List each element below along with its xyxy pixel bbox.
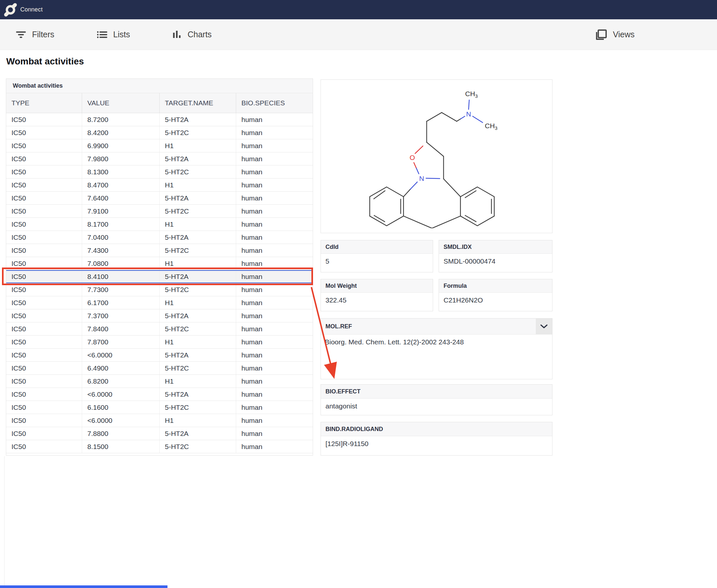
lists-button[interactable]: Lists [96, 30, 130, 40]
horizontal-scrollbar-thumb[interactable] [0, 585, 167, 588]
mol-ref-value: Bioorg. Med. Chem. Lett. 12(2)-2002 243-… [321, 335, 552, 346]
charts-button[interactable]: Charts [172, 29, 212, 40]
ring-nitrogen-atom-label: N [419, 175, 424, 182]
table-cell: 7.4300 [82, 244, 160, 257]
mol-ref-label: MOL.REF [321, 318, 552, 335]
table-row[interactable]: IC507.8700H1human [6, 336, 313, 349]
table-row[interactable]: IC508.13005-HT2Chuman [6, 166, 313, 178]
column-header-bio-species[interactable]: BIO.SPECIES [236, 93, 313, 113]
table-row[interactable]: IC507.43005-HT2Chuman [6, 244, 313, 257]
lists-label: Lists [113, 30, 130, 39]
table-cell: H1 [160, 296, 236, 309]
table-row[interactable]: IC508.1700H1human [6, 218, 313, 231]
table-cell: 8.1700 [82, 218, 160, 231]
table-row[interactable]: IC50<6.0000H1human [6, 414, 313, 427]
table-cell: 8.1300 [82, 166, 160, 178]
table-cell: 6.4900 [82, 362, 160, 375]
table-cell: 8.4700 [82, 178, 160, 191]
table-cell: <6.0000 [82, 388, 160, 401]
table-row[interactable]: IC508.42005-HT2Chuman [6, 126, 313, 139]
views-label: Views [613, 30, 635, 39]
table-row[interactable]: IC506.1700H1human [6, 296, 313, 309]
table-cell: human [236, 218, 313, 231]
table-row[interactable]: IC50<6.00005-HT2Ahuman [6, 349, 313, 362]
connect-logo-icon [4, 3, 17, 17]
table-row[interactable]: IC507.04005-HT2Ahuman [6, 231, 313, 244]
table-row[interactable]: IC507.91005-HT2Chuman [6, 205, 313, 218]
table-cell: 5-HT2A [160, 192, 236, 204]
smdl-idx-label: SMDL.IDX [439, 240, 552, 254]
table-row[interactable]: IC508.4700H1human [6, 178, 313, 192]
table-cell: 6.1700 [82, 296, 160, 309]
table-row[interactable]: IC507.98005-HT2Ahuman [6, 152, 313, 166]
table-row[interactable]: IC50<6.00005-HT2Ahuman [6, 388, 313, 401]
table-body: IC508.72005-HT2AhumanIC508.42005-HT2Chum… [6, 113, 313, 453]
table-row[interactable]: IC506.8200H1human [6, 375, 313, 388]
table-cell: human [236, 440, 313, 453]
table-cell: H1 [160, 414, 236, 427]
table-cell: 7.7300 [82, 283, 160, 296]
column-header-value[interactable]: VALUE [82, 93, 160, 113]
table-header-row: TYPE VALUE TARGET.NAME BIO.SPECIES [6, 93, 313, 113]
column-header-type[interactable]: TYPE [6, 93, 82, 113]
column-header-target-name[interactable]: TARGET.NAME [160, 93, 236, 113]
table-cell: H1 [160, 178, 236, 191]
table-cell: IC50 [6, 296, 82, 309]
table-row[interactable]: IC507.64005-HT2Ahuman [6, 192, 313, 205]
charts-label: Charts [187, 30, 212, 39]
filters-button[interactable]: Filters [15, 30, 54, 40]
cdid-card: CdId 5 [320, 240, 433, 272]
table-cell: 6.9900 [82, 139, 160, 152]
table-row-selected[interactable]: IC508.41005-HT2Ahuman [6, 270, 313, 283]
table-cell: 5-HT2A [160, 388, 236, 401]
table-row[interactable]: IC506.49005-HT2Chuman [6, 362, 313, 375]
mol-weight-card: Mol Weight 322.45 [320, 279, 433, 311]
table-cell: 5-HT2C [160, 205, 236, 217]
collapse-button[interactable] [536, 318, 552, 334]
cdid-label: CdId [321, 240, 433, 254]
table-cell: IC50 [6, 388, 82, 401]
filters-label: Filters [32, 30, 54, 39]
page-title: Wombat activities [6, 56, 84, 67]
bind-radioligand-label: BIND.RADIOLIGAND [321, 422, 552, 436]
table-cell: 5-HT2A [160, 271, 236, 282]
table-panel-title: Wombat activities [6, 79, 313, 93]
table-cell: human [236, 244, 313, 257]
table-cell: human [236, 336, 313, 348]
table-cell: 8.4100 [82, 271, 160, 282]
table-cell: 5-HT2C [160, 322, 236, 335]
views-button[interactable]: Views [594, 28, 635, 41]
table-cell: IC50 [6, 192, 82, 204]
table-cell: IC50 [6, 126, 82, 139]
table-cell: IC50 [6, 113, 82, 126]
panel-divider-line [4, 456, 5, 588]
table-cell: 5-HT2A [160, 113, 236, 126]
table-cell: IC50 [6, 244, 82, 257]
table-row[interactable]: IC508.15005-HT2Chuman [6, 440, 313, 453]
table-cell: <6.0000 [82, 349, 160, 361]
table-cell: human [236, 192, 313, 204]
mol-weight-label: Mol Weight [321, 279, 433, 293]
table-cell: IC50 [6, 375, 82, 387]
table-cell: 7.8800 [82, 427, 160, 440]
table-row[interactable]: IC508.72005-HT2Ahuman [6, 113, 313, 126]
table-row[interactable]: IC507.88005-HT2Ahuman [6, 427, 313, 440]
table-row[interactable]: IC507.37005-HT2Ahuman [6, 309, 313, 322]
horizontal-scrollbar[interactable] [0, 585, 717, 588]
table-row[interactable]: IC507.73005-HT2Chuman [6, 283, 313, 296]
table-cell: 6.8200 [82, 375, 160, 387]
table-cell: IC50 [6, 231, 82, 244]
smdl-idx-card: SMDL.IDX SMDL-00000474 [439, 240, 552, 272]
table-cell: 5-HT2C [160, 126, 236, 139]
table-row[interactable]: IC507.0800H1human [6, 257, 313, 270]
table-cell: human [236, 309, 313, 322]
table-cell: 7.3700 [82, 309, 160, 322]
table-row[interactable]: IC506.9900H1human [6, 139, 313, 152]
table-row[interactable]: IC506.16005-HT2Chuman [6, 401, 313, 414]
table-cell: human [236, 178, 313, 191]
table-cell: IC50 [6, 218, 82, 231]
table-cell: IC50 [6, 309, 82, 322]
table-row[interactable]: IC507.84005-HT2Chuman [6, 322, 313, 336]
table-cell: H1 [160, 218, 236, 231]
table-cell: human [236, 113, 313, 126]
